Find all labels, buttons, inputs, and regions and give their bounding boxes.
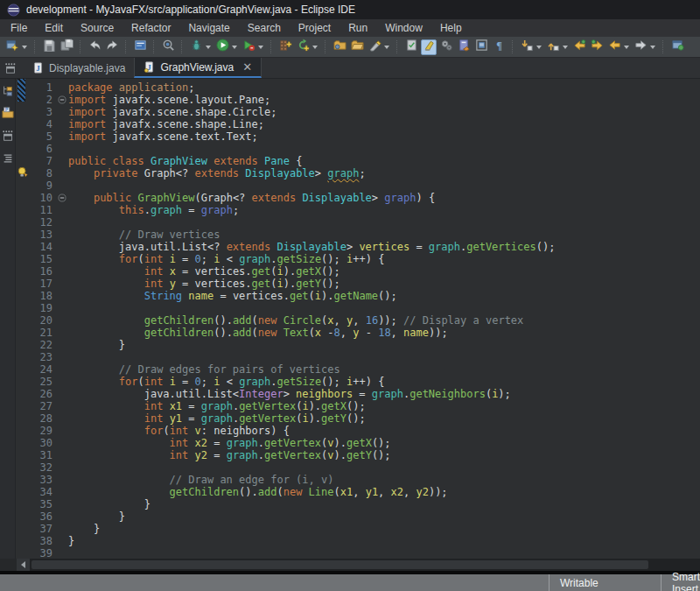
restore-views-icon[interactable] xyxy=(4,62,18,74)
debug-button[interactable] xyxy=(188,39,204,55)
code-text[interactable]: getChildren().add(new Text(x -8, y - 18,… xyxy=(68,327,448,339)
warning-lightbulb-icon[interactable] xyxy=(17,166,29,179)
dropdown-caret-icon[interactable] xyxy=(650,46,655,49)
code-text[interactable]: for(int i = 0; i < graph.getSize(); i++)… xyxy=(68,376,384,388)
code-text[interactable]: public class GraphView extends Pane { xyxy=(68,155,302,167)
highlighter-button[interactable] xyxy=(367,39,382,55)
code-text[interactable]: int x = vertices.get(i).getX(); xyxy=(68,265,340,278)
new-task-button[interactable] xyxy=(403,39,419,55)
code-text[interactable]: // Draw an edge for (i, v) xyxy=(68,474,333,486)
dropdown-caret-icon[interactable] xyxy=(206,46,211,49)
dropdown-caret-icon[interactable] xyxy=(22,46,27,49)
menu-item-source[interactable]: Source xyxy=(72,20,122,36)
scroll-left-button[interactable] xyxy=(17,559,30,571)
menu-item-help[interactable]: Help xyxy=(431,20,471,36)
code-text[interactable]: for(int i = 0; i < graph.getSize(); i++)… xyxy=(68,253,384,265)
tab-displayable-java[interactable]: J Displayable.java xyxy=(24,58,134,78)
code-text[interactable]: int x2 = graph.getVertex(v).getX(); xyxy=(68,437,391,449)
horizontal-scrollbar[interactable] xyxy=(0,559,700,571)
console-button[interactable] xyxy=(132,39,148,55)
code-text[interactable]: int y2 = graph.getVertex(v).getY(); xyxy=(68,449,391,461)
restore-views-icon[interactable] xyxy=(2,130,14,142)
project-explorer-icon[interactable]: P xyxy=(2,107,14,119)
code-text[interactable]: int y1 = graph.getVertex(i).getY(); xyxy=(68,412,366,425)
mark-occurrences-button[interactable] xyxy=(421,39,437,55)
save-button[interactable] xyxy=(41,39,57,55)
code-text[interactable]: int y = vertices.get(i).getY(); xyxy=(68,278,340,290)
menu-item-window[interactable]: Window xyxy=(376,20,431,36)
back-history-button[interactable] xyxy=(606,39,622,55)
dropdown-caret-icon[interactable] xyxy=(232,46,237,49)
code-text[interactable]: } xyxy=(68,510,125,523)
code-text[interactable]: // Draw vertices xyxy=(68,229,220,241)
menu-item-run[interactable]: Run xyxy=(340,20,376,36)
code-line: 10 public GraphView(Graph<? extends Disp… xyxy=(30,192,700,204)
fold-collapse-icon[interactable] xyxy=(57,94,68,106)
code-text[interactable]: } xyxy=(68,339,125,351)
dropdown-caret-icon[interactable] xyxy=(624,46,629,49)
fold-collapse-icon[interactable] xyxy=(57,192,68,204)
open-folder-button[interactable] xyxy=(349,39,365,55)
code-text[interactable]: for(int v: neighbors) { xyxy=(68,425,290,437)
new-wizard-button[interactable] xyxy=(4,39,20,55)
code-text[interactable]: java.util.List<Integer> neighbors = grap… xyxy=(68,388,511,400)
code-text[interactable]: private Graph<? extends Displayable> gra… xyxy=(68,167,366,179)
code-text[interactable]: import javafx.scene.shape.Line; xyxy=(68,118,264,130)
next-annotation-button[interactable] xyxy=(519,39,535,55)
code-text[interactable]: } xyxy=(68,498,150,510)
run-config-button[interactable] xyxy=(241,39,256,55)
forward-history-button[interactable] xyxy=(633,39,648,55)
dropdown-caret-icon[interactable] xyxy=(536,46,542,49)
tab-graphview-java[interactable]: J GraphView.java ✕ xyxy=(134,58,262,78)
last-edit-location-button[interactable] xyxy=(571,39,587,55)
menu-item-project[interactable]: Project xyxy=(290,20,340,36)
menu-item-edit[interactable]: Edit xyxy=(36,20,72,36)
show-in-view-button[interactable] xyxy=(473,39,489,55)
run-button[interactable] xyxy=(214,39,230,55)
menu-item-search[interactable]: Search xyxy=(239,20,290,36)
coverage-button[interactable] xyxy=(277,39,293,55)
code-text[interactable]: import javafx.scene.shape.Circle; xyxy=(68,106,276,118)
build-gears-icon xyxy=(440,39,453,55)
line-number: 17 xyxy=(30,278,57,290)
code-text[interactable]: package application; xyxy=(68,81,195,94)
close-icon[interactable]: ✕ xyxy=(242,63,252,72)
annotation-marker-bar[interactable] xyxy=(16,79,30,559)
dropdown-caret-icon[interactable] xyxy=(312,46,318,49)
menu-item-refactor[interactable]: Refactor xyxy=(122,20,179,36)
code-text[interactable]: import javafx.scene.text.Text; xyxy=(68,130,258,143)
import-folder-button[interactable] xyxy=(332,39,347,55)
dropdown-caret-icon[interactable] xyxy=(563,46,568,49)
show-whitespace-button[interactable]: ¶ xyxy=(491,39,507,55)
code-text[interactable]: // Draw edges for pairs of vertices xyxy=(68,363,340,376)
pin-editor-button[interactable] xyxy=(669,39,685,55)
code-text[interactable]: } xyxy=(68,535,74,547)
code-text[interactable]: public GraphView(Graph<? extends Display… xyxy=(68,192,435,204)
scrollbar-track[interactable] xyxy=(30,559,700,571)
code-text[interactable]: getChildren().add(new Line(x1, y1, x2, y… xyxy=(68,486,448,498)
package-explorer-icon[interactable] xyxy=(2,84,14,96)
redo-button[interactable] xyxy=(104,39,120,55)
build-gears-button[interactable] xyxy=(438,39,454,55)
scrollbar-thumb[interactable] xyxy=(32,560,648,569)
refresh-button[interactable] xyxy=(295,39,311,55)
undo-button[interactable] xyxy=(87,39,102,55)
dropdown-caret-icon[interactable] xyxy=(258,46,263,49)
dropdown-caret-icon[interactable] xyxy=(384,46,389,49)
menu-item-file[interactable]: File xyxy=(2,20,36,36)
code-text[interactable]: } xyxy=(68,523,100,535)
code-text[interactable]: String name = vertices.get(i).getName(); xyxy=(68,290,397,302)
forward-edit-location-button[interactable] xyxy=(589,39,605,55)
open-declaration-button[interactable] xyxy=(456,39,472,55)
code-text[interactable]: java.util.List<? extends Displayable> ve… xyxy=(68,241,555,253)
menu-item-navigate[interactable]: Navigate xyxy=(179,20,238,36)
code-text[interactable]: getChildren().add(new Circle(x, y, 16));… xyxy=(68,314,523,327)
code-text[interactable]: import javafx.scene.layout.Pane; xyxy=(68,94,270,106)
code-text[interactable]: this.graph = graph; xyxy=(68,204,239,216)
prev-annotation-button[interactable] xyxy=(545,39,561,55)
code-text[interactable]: int x1 = graph.getVertex(i).getX(); xyxy=(68,400,366,412)
save-all-button[interactable] xyxy=(59,39,74,55)
code-editor[interactable]: 1package application;2import javafx.scen… xyxy=(30,79,700,559)
outline-view-icon[interactable] xyxy=(2,152,14,165)
open-type-button[interactable] xyxy=(160,39,176,55)
